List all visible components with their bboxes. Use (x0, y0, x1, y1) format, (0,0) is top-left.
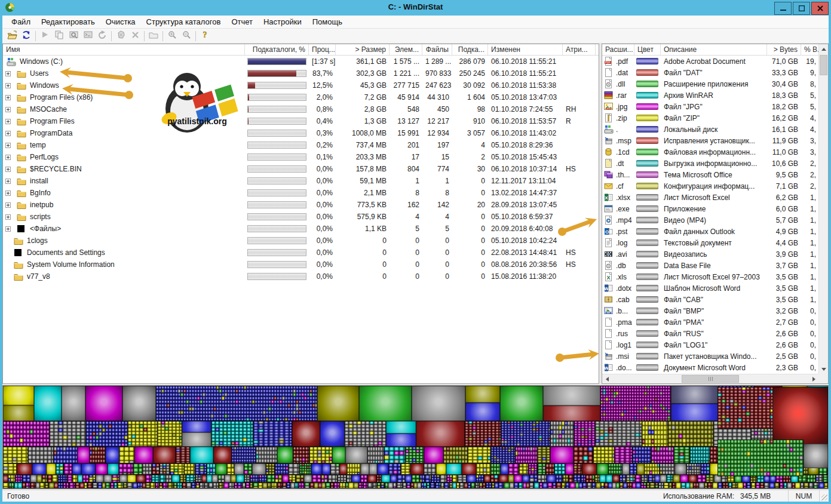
table-row[interactable]: Program Files0,4%1,3 GB13 12712 21791006… (3, 115, 599, 127)
extension-row[interactable]: .Локальный диск16,1 GB4, (602, 124, 818, 135)
extension-row[interactable]: .logТекстовый документ4,4 GB1, (602, 237, 818, 248)
menu-item-2[interactable]: Редактировать (36, 16, 100, 27)
expander-icon[interactable] (5, 167, 11, 172)
command-prompt-button[interactable] (81, 29, 95, 42)
extension-row[interactable]: .datФайл "DAT"33,3 GB9, (602, 67, 818, 78)
left-column-header-2[interactable]: Подкаталоги, % (245, 44, 309, 55)
minimize-button[interactable] (774, 2, 792, 15)
table-row[interactable]: Windows (C:)[1:37 s]361,1 GB1 575 ...1 2… (3, 56, 599, 67)
treemap-canvas[interactable] (3, 386, 828, 488)
right-column-header-1[interactable]: Расши... (602, 44, 634, 55)
extension-row[interactable]: JPG.jpgФайл "JPG"18,2 GB5, (602, 101, 818, 112)
expander-icon[interactable] (5, 190, 11, 196)
right-column-header-4[interactable]: > Bytes (767, 44, 801, 55)
extension-row[interactable]: .th...Тема Microsoft Office9,5 GB2, (602, 169, 818, 180)
extension-row[interactable]: .rarАрхив WinRAR18,3 GB5, (602, 90, 818, 101)
left-column-header-4[interactable]: > Размер (336, 44, 390, 55)
scroll-up-button[interactable] (819, 44, 829, 54)
table-row[interactable]: Documents and Settings0,0%000022.08.2013… (3, 247, 599, 259)
resize-grip[interactable] (819, 490, 829, 502)
table-row[interactable]: temp0,2%737,4 MB201197405.10.2018 8:29:3… (3, 139, 599, 151)
open-folder-button[interactable] (5, 29, 19, 42)
extension-row[interactable]: W.do...Документ Microsoft Word2,3 GB0, (602, 362, 818, 373)
expander-icon[interactable] (5, 107, 11, 112)
expander-icon[interactable] (5, 143, 11, 148)
expander-icon[interactable] (5, 179, 11, 184)
extension-row[interactable]: W.dotxШаблон Microsoft Word3,5 GB1, (602, 282, 818, 294)
maximize-button[interactable] (793, 2, 810, 15)
table-row[interactable]: BgInfo0,0%2,1 MB88013.02.2018 14:47:37 (3, 187, 599, 199)
table-row[interactable]: PerfLogs0,1%203,3 MB1715205.10.2018 15:4… (3, 151, 599, 163)
table-row[interactable]: v77_v80,0%000015.08.2016 11:38:20 (3, 271, 599, 282)
horizontal-scroll-thumb[interactable] (682, 375, 739, 383)
extension-row[interactable]: .pmaФайл "PMA"2,7 GB0, (602, 316, 818, 328)
left-column-header-3[interactable]: Проц... (309, 44, 336, 55)
extension-row[interactable]: .cabФайл "CAB"3,5 GB1, (602, 294, 818, 305)
extension-row[interactable]: .exeПриложение6,0 GB1, (602, 203, 818, 214)
extension-row[interactable]: .dtВыгрузка информационно...10,6 GB2, (602, 158, 818, 169)
scroll-down-button[interactable] (819, 364, 829, 374)
extension-row[interactable]: PDF.pdfAdobe Acrobat Document71,0 GB19, (602, 56, 818, 67)
extension-row[interactable]: .rusФайл "RUS"2,6 GB0, (602, 328, 818, 339)
table-row[interactable]: Users83,7%302,3 GB1 221 ...970 833250 24… (3, 67, 599, 79)
extension-row[interactable]: X.xlsЛист Microsoft Excel 97–20033,5 GB1… (602, 271, 818, 282)
expander-icon[interactable] (5, 71, 11, 76)
expander-icon[interactable] (5, 214, 11, 220)
vertical-scroll-thumb[interactable] (820, 55, 827, 75)
refresh-all-button[interactable] (19, 29, 33, 42)
horizontal-scrollbar[interactable] (602, 374, 818, 383)
menu-item-4[interactable]: Структура каталогов (141, 16, 226, 27)
left-column-header-1[interactable]: Имя (3, 44, 245, 55)
extension-row[interactable]: .mp4Видео (MP4)5,7 GB1, (602, 214, 818, 226)
extension-row[interactable]: .aviВидеозапись3,9 GB1, (602, 248, 818, 260)
extension-row[interactable]: .mspИсправления установщик...11,9 GB3, (602, 135, 818, 146)
copy-button[interactable] (52, 29, 66, 42)
table-row[interactable]: Program Files (x86)2,0%7,2 GB45 91444 31… (3, 91, 599, 103)
extension-row[interactable]: X.xlsxЛист Microsoft Excel6,2 GB1, (602, 192, 818, 203)
table-row[interactable]: ProgramData0,3%1008,0 MB15 99112 9343 05… (3, 127, 599, 139)
table-row[interactable]: Windows12,5%45,3 GB277 715247 62330 0920… (3, 79, 599, 91)
right-column-header-5[interactable]: % B... (801, 44, 819, 55)
table-row[interactable]: <Файлы>0,0%1,1 KB55020.09.2018 6:40:08 (3, 223, 599, 235)
extension-row[interactable]: .dbData Base File3,7 GB1, (602, 260, 818, 271)
table-row[interactable]: install0,0%59,1 MB11012.11.2017 13:11:04 (3, 175, 599, 187)
extension-row[interactable]: .log1Файл "LOG1"2,6 GB0, (602, 339, 818, 351)
extension-row[interactable]: .msiПакет установщика Windo...2,5 GB0, (602, 351, 818, 362)
expander-icon[interactable] (5, 119, 11, 124)
menu-item-5[interactable]: Отчет (226, 16, 258, 27)
refresh-item-button[interactable] (95, 29, 109, 42)
right-column-header-2[interactable]: Цвет (634, 44, 661, 55)
left-column-header-8[interactable]: Изменен (488, 44, 563, 55)
left-column-header-9[interactable]: Атри... (563, 44, 596, 55)
table-row[interactable]: 1clogs0,0%000005.10.2018 10:42:24 (3, 235, 599, 247)
extension-row[interactable]: .zipФайл "ZIP"16,2 GB4, (602, 112, 818, 124)
menu-item-1[interactable]: Файл (6, 16, 36, 27)
extension-row[interactable]: BMP.b...Файл "BMP"3,2 GB0, (602, 305, 818, 316)
expander-icon[interactable] (5, 202, 11, 208)
help-button[interactable]: ? (198, 29, 212, 42)
scroll-right-button[interactable] (809, 374, 818, 384)
expander-icon[interactable] (5, 226, 11, 232)
expander-icon[interactable] (5, 155, 11, 160)
extension-row[interactable]: O.pstФайл данных Outlook4,9 GB1, (602, 226, 818, 237)
folder-button[interactable] (146, 29, 161, 42)
menu-item-6[interactable]: Настройки (258, 16, 307, 27)
table-row[interactable]: System Volume Information0,0%000008.08.2… (3, 259, 599, 271)
left-column-header-6[interactable]: Файлы (422, 44, 452, 55)
scroll-left-button[interactable] (602, 374, 612, 384)
extension-row[interactable]: .1cdФайловая информационн...11,0 GB3, (602, 146, 818, 158)
table-row[interactable]: $RECYCLE.BIN0,0%157,8 MB8047743006.10.20… (3, 163, 599, 175)
delete-recycle-button[interactable] (114, 29, 128, 42)
table-row[interactable]: scripts0,0%575,9 KB44005.10.2018 6:59:37 (3, 211, 599, 223)
vertical-scrollbar[interactable] (818, 44, 828, 374)
menu-item-7[interactable]: Помощь (307, 16, 348, 27)
close-button[interactable] (811, 2, 829, 15)
delete-button[interactable] (128, 29, 142, 42)
left-column-header-7[interactable]: Подка... (452, 44, 488, 55)
zoom-out-button[interactable] (179, 29, 194, 42)
zoom-in-button[interactable] (165, 29, 179, 42)
explorer-button[interactable] (66, 29, 81, 42)
left-column-header-5[interactable]: Элем... (390, 44, 422, 55)
menu-item-3[interactable]: Очистка (100, 16, 141, 27)
extension-row[interactable]: .dllРасширение приложения30,4 GB8, (602, 78, 818, 90)
